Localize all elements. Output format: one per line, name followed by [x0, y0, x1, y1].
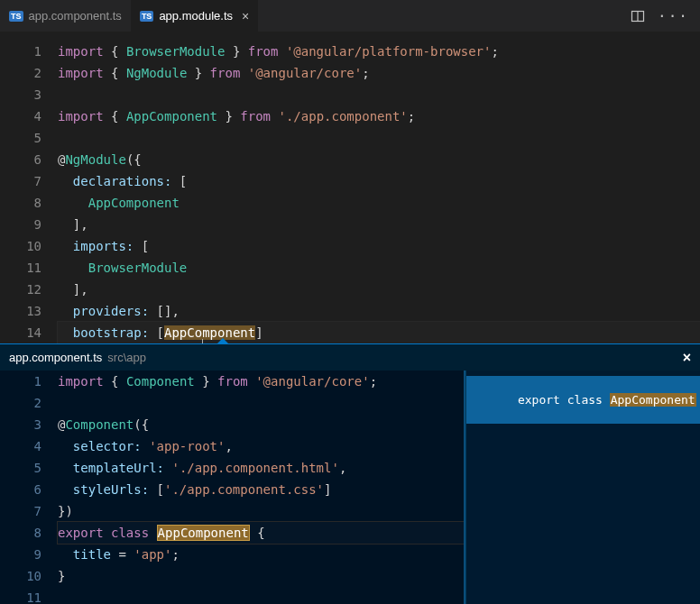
- code-line[interactable]: title = 'app';: [58, 544, 464, 565]
- editor-tabbar: TS app.component.ts TS app.module.ts × ·…: [0, 0, 700, 32]
- code-line[interactable]: @NgModule({: [58, 149, 700, 170]
- typescript-icon: TS: [9, 11, 23, 22]
- tab-app-component[interactable]: TS app.component.ts: [0, 0, 131, 32]
- typescript-icon: TS: [140, 11, 154, 22]
- peek-arrow-icon: [216, 338, 229, 344]
- main-code[interactable]: import { BrowserModule } from '@angular/…: [58, 41, 700, 343]
- code-line[interactable]: templateUrl: './app.component.html',: [58, 457, 464, 479]
- peek-editor[interactable]: 1234567891011 import { Component } from …: [0, 371, 464, 604]
- code-line[interactable]: }): [58, 500, 464, 522]
- code-line[interactable]: import { AppComponent } from './app.comp…: [58, 105, 700, 127]
- peek-reference-item[interactable]: export class AppComponent {: [466, 376, 700, 424]
- code-line[interactable]: BrowserModule: [58, 257, 700, 279]
- close-icon[interactable]: ×: [683, 350, 691, 366]
- peek-body: 1234567891011 import { Component } from …: [0, 371, 700, 604]
- code-line[interactable]: [58, 84, 700, 105]
- peek-path: src\app: [107, 351, 146, 364]
- more-icon[interactable]: ···: [658, 7, 689, 24]
- peek-gutter: 1234567891011: [0, 371, 58, 604]
- peek-code[interactable]: import { Component } from '@angular/core…: [58, 371, 464, 604]
- tab-app-module[interactable]: TS app.module.ts ×: [131, 0, 258, 32]
- ref-text: export class: [518, 393, 610, 407]
- split-editor-icon[interactable]: [631, 9, 645, 23]
- code-line[interactable]: selector: 'app-root',: [58, 435, 464, 457]
- tab-label: app.component.ts: [29, 9, 122, 23]
- code-line[interactable]: [58, 587, 464, 604]
- tabbar-actions: ···: [631, 7, 700, 24]
- code-line[interactable]: export class AppComponent {: [58, 522, 464, 544]
- code-line[interactable]: import { Component } from '@angular/core…: [58, 371, 464, 392]
- peek-filename: app.component.ts: [9, 351, 102, 364]
- peek-header: app.component.ts src\app ×: [0, 343, 700, 371]
- code-line[interactable]: [58, 392, 464, 414]
- code-line[interactable]: ],: [58, 279, 700, 300]
- code-line[interactable]: declarations: [: [58, 170, 700, 192]
- code-line[interactable]: imports: [: [58, 235, 700, 257]
- main-editor[interactable]: 1234567891011121314 import { BrowserModu…: [0, 32, 700, 343]
- code-line[interactable]: }: [58, 565, 464, 587]
- tab-label: app.module.ts: [159, 9, 233, 23]
- code-line[interactable]: styleUrls: ['./app.component.css']: [58, 479, 464, 500]
- code-line[interactable]: @Component({: [58, 414, 464, 435]
- code-line[interactable]: [58, 127, 700, 149]
- code-line[interactable]: providers: [],: [58, 300, 700, 322]
- code-line[interactable]: AppComponent: [58, 192, 700, 214]
- peek-divider[interactable]: [464, 371, 465, 604]
- close-icon[interactable]: ×: [242, 9, 249, 23]
- ref-match: AppComponent: [610, 393, 696, 407]
- code-line[interactable]: bootstrap: [AppComponent]: [58, 322, 700, 343]
- ref-text: {: [696, 393, 700, 407]
- code-line[interactable]: ],: [58, 214, 700, 235]
- code-line[interactable]: import { NgModule } from '@angular/core'…: [58, 62, 700, 84]
- peek-references[interactable]: export class AppComponent {: [465, 371, 700, 604]
- main-gutter: 1234567891011121314: [0, 41, 58, 343]
- code-line[interactable]: import { BrowserModule } from '@angular/…: [58, 41, 700, 62]
